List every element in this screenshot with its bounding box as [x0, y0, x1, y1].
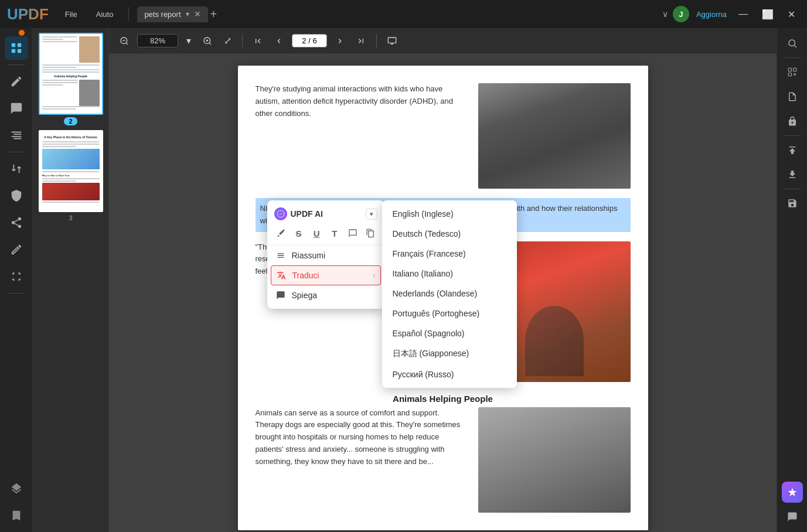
riassumi-menu-item[interactable]: Riassumi [267, 245, 384, 265]
right-icon-chat[interactable] [782, 506, 803, 527]
page-img-cat-bottom [478, 407, 631, 513]
sidebar-icon-comment[interactable] [5, 97, 28, 120]
page-display[interactable]: 2 / 6 [292, 34, 327, 47]
tab-add-btn[interactable]: + [210, 8, 217, 21]
translate-icon [277, 271, 286, 280]
thumb-img-row [42, 149, 100, 169]
right-icon-download[interactable] [782, 164, 803, 185]
zoom-in-btn[interactable] [199, 34, 216, 48]
active-tab[interactable]: pets report ▾ ✕ [137, 6, 207, 22]
right-icon-lock[interactable] [782, 111, 803, 132]
pdf-toolbar: 82% ▾ ⤢ 2 / 6 [109, 28, 777, 54]
update-button[interactable]: Aggiorna [696, 10, 727, 19]
section-title-animals: Animals Helping People [256, 394, 631, 404]
first-page-btn[interactable] [250, 34, 266, 48]
right-icon-upload[interactable] [782, 139, 803, 161]
sidebar-icon-thumbnail[interactable] [5, 36, 28, 60]
prev-page-icon [274, 36, 284, 46]
sidebar-icon-compress[interactable] [5, 265, 28, 288]
sidebar-divider-3 [8, 293, 25, 294]
edit-icon [10, 75, 23, 88]
user-avatar: J [673, 6, 689, 22]
lang-english[interactable]: English (Inglese) [382, 204, 517, 224]
fit-page-btn[interactable]: ⤢ [220, 33, 235, 49]
sidebar-icon-edit[interactable] [5, 70, 28, 93]
traduci-arrow: › [373, 271, 376, 279]
traduci-menu-item[interactable]: Traduci › [271, 265, 381, 285]
ai-icon-row: S U T [267, 224, 384, 245]
lang-russian[interactable]: Русский (Russo) [382, 364, 517, 384]
sidebar-icon-protect[interactable] [5, 184, 28, 207]
highlight-icon [276, 229, 285, 238]
right-icon-ai-color[interactable] [782, 482, 803, 503]
chat-icon [787, 511, 798, 522]
lang-portugues[interactable]: Português (Portoghese) [382, 303, 517, 323]
zoom-out-btn[interactable] [116, 34, 132, 48]
tab-dropdown-btn[interactable]: ▾ [186, 10, 189, 18]
close-btn[interactable]: ✕ [783, 8, 800, 21]
pdf-page-2: They're studying animal interactions wit… [238, 66, 648, 530]
page-top-section: They're studying animal interactions wit… [256, 83, 631, 189]
pdf-viewer[interactable]: They're studying animal interactions wit… [109, 54, 777, 532]
right-divider-3 [784, 189, 801, 189]
next-page-icon [335, 36, 345, 46]
right-icon-search[interactable] [782, 33, 803, 54]
comment-tool-btn[interactable] [345, 225, 360, 241]
animals-section-content: Animals can serve as a source of comfort… [256, 407, 631, 513]
highlight-tool-btn[interactable] [273, 225, 289, 241]
prev-page-btn[interactable] [271, 34, 287, 48]
help-menu-btn[interactable]: Aiuto [89, 8, 121, 21]
thumb-line [42, 202, 100, 203]
main-layout: Animals Helping People 2 [0, 28, 807, 532]
maximize-btn[interactable]: ⬜ [757, 8, 778, 21]
file-menu-btn[interactable]: File [58, 8, 84, 21]
thumbnail-page-3[interactable]: A Key Phase in the History of Tourism Wh… [36, 130, 105, 221]
bookmark-icon [10, 509, 23, 522]
ai-toolbar-header: UPDF AI ▾ [267, 204, 384, 224]
layers-icon [10, 482, 23, 495]
strikethrough-icon: S [296, 229, 302, 238]
page-img-cat-top [478, 83, 631, 189]
presentation-btn[interactable] [384, 34, 400, 48]
strikethrough-btn[interactable]: S [291, 225, 307, 241]
thumb-line [42, 84, 64, 86]
underline-btn[interactable]: U [309, 225, 325, 241]
right-icon-save[interactable] [782, 193, 803, 214]
sidebar-icon-sign[interactable] [5, 238, 28, 261]
thumb-highlight [42, 69, 100, 70]
lang-nederlands[interactable]: Nederlands (Olandese) [382, 284, 517, 303]
right-icon-extract[interactable] [782, 86, 803, 107]
zoom-dropdown-btn[interactable]: ▾ [183, 33, 195, 49]
svg-rect-15 [788, 68, 791, 71]
thumb-section-title: Animals Helping People [42, 74, 100, 78]
sidebar-icon-layers[interactable] [5, 477, 28, 500]
lang-francais[interactable]: Français (Francese) [382, 244, 517, 264]
lang-deutsch[interactable]: Deutsch (Tedesco) [382, 224, 517, 244]
lang-japanese[interactable]: 日本語 (Giapponese) [382, 343, 517, 364]
thumbnail-page-2[interactable]: Animals Helping People 2 [36, 33, 105, 125]
save-icon [787, 198, 798, 209]
tabs-dropdown-btn[interactable]: ∨ [662, 9, 668, 19]
minimize-btn[interactable]: — [734, 8, 752, 21]
thumb-line [42, 144, 100, 145]
sidebar-icon-share[interactable] [5, 211, 28, 234]
sidebar-icon-organize[interactable] [5, 124, 28, 147]
translation-submenu: English (Inglese) Deutsch (Tedesco) Fran… [382, 200, 517, 388]
lang-espanol[interactable]: Español (Spagnolo) [382, 323, 517, 343]
next-page-btn[interactable] [332, 34, 348, 48]
thumbnail-img-2: Animals Helping People [39, 33, 103, 115]
sidebar-icon-convert[interactable] [5, 157, 28, 180]
copy-btn[interactable] [363, 225, 379, 241]
lang-italiano[interactable]: Italiano (Italiano) [382, 264, 517, 284]
tab-close-btn[interactable]: ✕ [194, 10, 201, 18]
spiega-menu-item[interactable]: Spiega [267, 285, 384, 305]
last-page-btn[interactable] [353, 34, 369, 48]
tab-name: pets report [144, 10, 181, 19]
right-icon-ocr[interactable] [782, 62, 803, 83]
sidebar-icon-bookmark[interactable] [5, 504, 28, 527]
download-icon [787, 169, 798, 180]
ai-dropdown-btn[interactable]: ▾ [366, 209, 377, 220]
svg-rect-0 [11, 43, 15, 47]
text-tool-btn[interactable]: T [327, 225, 343, 241]
menu-separator [128, 7, 129, 21]
